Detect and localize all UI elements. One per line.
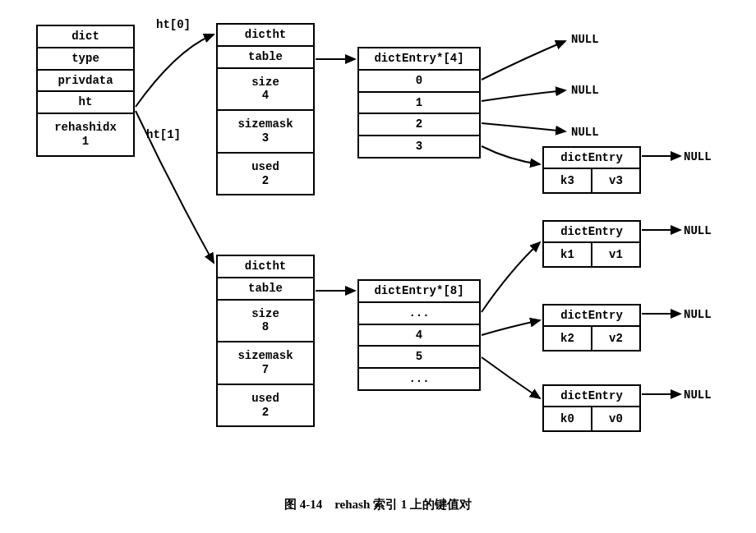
dictht0-used: used 2: [218, 154, 313, 195]
dictht0-sizemask-label: sizemask: [237, 117, 293, 131]
dictentry-array-0: dictEntry*[4] 0 1 2 3: [357, 47, 481, 159]
dict-field-privdata: privdata: [38, 71, 133, 93]
arrow-arr1-0-entry: [482, 242, 540, 312]
entry0-val: v3: [592, 168, 639, 192]
dictht1-struct: dictht table size 8 sizemask 7 used 2: [216, 255, 315, 427]
dictht0-struct: dictht table size 4 sizemask 3 used 2: [216, 23, 315, 195]
dictht1-sizemask-value: 7: [262, 363, 269, 376]
figure-caption: 图 4-14 rehash 索引 1 上的键值对: [0, 497, 756, 512]
dictht1-used-value: 2: [262, 406, 269, 419]
null-label-5: NULL: [684, 308, 712, 321]
null-label-6: NULL: [684, 388, 712, 402]
entry2-title: dictEntry: [544, 306, 639, 325]
null-label-0: NULL: [571, 33, 599, 46]
rehashidx-label: rehashidx: [54, 121, 117, 134]
dictht0-size-value: 4: [262, 89, 269, 102]
dict-title: dict: [38, 26, 133, 48]
arrow-arr0-1-null: [482, 90, 565, 101]
dictht1-size-label: size: [251, 307, 279, 320]
arr0-row-0: 0: [359, 71, 479, 93]
dictht1-sizemask-label: sizemask: [237, 349, 293, 362]
rehashidx-value: 1: [82, 135, 89, 148]
ht0-label: ht[0]: [156, 18, 191, 31]
entry0-key: k3: [544, 168, 592, 192]
entry2-key: k2: [544, 325, 592, 350]
arr1-title: dictEntry*[8]: [359, 281, 479, 303]
entry3-key: k0: [544, 406, 592, 430]
entry1-val: v1: [592, 241, 639, 266]
arrow-arr1-1-entry: [482, 320, 540, 335]
arr1-row-0: ...: [359, 303, 479, 325]
entry0-title: dictEntry: [544, 148, 639, 168]
dictht1-sizemask: sizemask 7: [218, 342, 313, 385]
arr0-row-3: 3: [359, 136, 479, 157]
dictht1-size-value: 8: [262, 320, 269, 333]
arrow-arr1-2-entry: [482, 357, 540, 398]
ht1-label: ht[1]: [146, 128, 181, 141]
dictht0-size: size 4: [218, 69, 313, 112]
dictentry-k1v1: dictEntry k1 v1: [542, 220, 641, 268]
arr1-row-3: ...: [359, 369, 479, 389]
entry3-title: dictEntry: [544, 386, 639, 406]
arr0-row-2: 2: [359, 114, 479, 136]
dict-struct: dict type privdata ht rehashidx 1: [36, 25, 135, 157]
dictht0-used-value: 2: [262, 174, 269, 187]
dictht0-size-label: size: [251, 76, 279, 89]
dictentry-k2v2: dictEntry k2 v2: [542, 304, 641, 352]
dictentry-k0v0: dictEntry k0 v0: [542, 384, 641, 432]
entry1-title: dictEntry: [544, 222, 639, 241]
dictht0-sizemask-value: 3: [262, 131, 269, 145]
arr1-row-1: 4: [359, 325, 479, 347]
dictht0-title: dictht: [218, 25, 313, 47]
arr0-title: dictEntry*[4]: [359, 48, 479, 71]
dict-field-ht: ht: [38, 92, 133, 114]
dictht0-used-label: used: [251, 160, 279, 173]
dictht1-title: dictht: [218, 256, 313, 278]
dictht0-table: table: [218, 47, 313, 69]
arrow-arr0-0-null: [482, 41, 565, 80]
arrow-arr0-2-null: [482, 123, 565, 131]
null-label-4: NULL: [684, 224, 712, 237]
arr1-row-2: 5: [359, 347, 479, 369]
dict-field-type: type: [38, 48, 133, 71]
null-label-3: NULL: [684, 150, 712, 163]
dict-field-rehashidx: rehashidx 1: [38, 114, 133, 155]
null-label-1: NULL: [571, 84, 599, 97]
dictentry-k3v3: dictEntry k3 v3: [542, 146, 641, 194]
arrow-arr0-3-entry: [482, 146, 540, 164]
entry2-val: v2: [592, 325, 639, 350]
dictht0-sizemask: sizemask 3: [218, 111, 313, 154]
null-label-2: NULL: [571, 126, 599, 139]
dictht1-used-label: used: [251, 392, 279, 405]
arrow-ht-to-dictht0: [136, 34, 214, 107]
dictht1-table: table: [218, 278, 313, 301]
entry3-val: v0: [592, 406, 639, 430]
dictht1-size: size 8: [218, 301, 313, 343]
dictentry-array-1: dictEntry*[8] ... 4 5 ...: [357, 279, 481, 391]
arr0-row-1: 1: [359, 93, 479, 115]
dictht1-used: used 2: [218, 385, 313, 426]
entry1-key: k1: [544, 241, 592, 266]
